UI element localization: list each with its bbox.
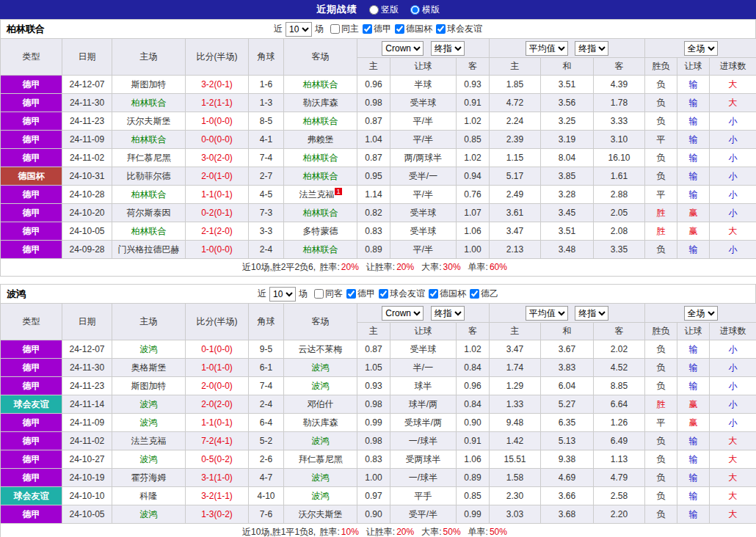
away-team-cell: 勒沃库森 <box>284 94 357 112</box>
league-badge: 德甲 <box>1 432 62 450</box>
date-cell: 24-11-30 <box>62 359 112 377</box>
result-cell: 负 <box>645 112 677 131</box>
asia-handicap: 受两球半 <box>390 450 457 469</box>
score-cell: 0-0(0-0) <box>186 131 249 149</box>
horizontal-radio-label: 横版 <box>422 4 440 16</box>
scope-select[interactable]: 全场 <box>684 41 718 56</box>
corner-cell: 5-2 <box>249 432 284 450</box>
handicap-result-cell: 输 <box>677 241 710 259</box>
checkbox-input[interactable] <box>436 24 446 34</box>
match-count-select[interactable]: 10 <box>269 287 296 302</box>
col-euro-home: 主 <box>490 323 541 340</box>
vertical-radio[interactable] <box>369 5 379 15</box>
asia-handicap: 半球 <box>390 76 457 94</box>
filter-checkbox-球会友谊[interactable]: 球会友谊 <box>379 288 425 300</box>
match-count-select[interactable]: 10 <box>286 22 312 37</box>
summary-stat-value: 20% <box>396 262 414 272</box>
asia-handicap: 平/半 <box>390 112 457 131</box>
euro-away-odds: 8.85 <box>594 377 645 395</box>
checkbox-input[interactable] <box>363 24 372 34</box>
date-cell: 24-10-28 <box>62 186 112 204</box>
euro-home-odds: 3.61 <box>490 204 541 222</box>
asia-away-odds: 1.06 <box>457 450 490 469</box>
date-cell: 24-10-05 <box>62 222 112 241</box>
checkbox-input[interactable] <box>379 289 388 299</box>
away-team-cell: 柏林联合 <box>284 241 357 259</box>
filter-checkbox-德乙[interactable]: 德乙 <box>470 288 498 300</box>
summary-row: 近10场,胜2平2负6, 胜率:20%让胜率:20%大率:30%单率:60% <box>1 259 756 277</box>
titlebar: 近期战绩 竖版 横版 <box>0 0 756 19</box>
match-row: 德甲24-10-28柏林联合1-1(0-1)4-5法兰克福11.14平/半0.7… <box>1 186 756 204</box>
filter-checkbox-同客[interactable]: 同客 <box>314 288 343 300</box>
filter-checkbox-同主[interactable]: 同主 <box>330 23 359 35</box>
filter-checkbox-德国杯[interactable]: 德国杯 <box>429 288 466 300</box>
euro-home-odds: 15.51 <box>490 450 541 469</box>
filter-checkbox-球会友谊[interactable]: 球会友谊 <box>436 23 482 35</box>
filter-checkbox-德甲[interactable]: 德甲 <box>346 288 375 300</box>
odds-company-select[interactable]: Crown <box>382 306 424 321</box>
home-team-cell: 沃尔夫斯堡 <box>112 112 186 131</box>
score-cell: 3-0(2-0) <box>186 149 249 167</box>
euro-home-odds: 4.72 <box>490 94 541 112</box>
filter-checkbox-德国杯[interactable]: 德国杯 <box>395 23 432 35</box>
checkbox-input[interactable] <box>330 24 340 34</box>
asia-final-select[interactable]: 终指 <box>431 306 465 321</box>
goals-cell: 小 <box>710 395 756 414</box>
league-badge: 德甲 <box>1 186 62 204</box>
euro-draw-odds: 9.38 <box>541 450 594 469</box>
score-cell: 0-1(0-0) <box>186 340 249 359</box>
result-cell: 平 <box>645 414 677 432</box>
layout-option-vertical[interactable]: 竖版 <box>369 4 399 16</box>
corner-cell: 1-6 <box>249 76 284 94</box>
result-cell: 负 <box>645 241 677 259</box>
euro-draw-odds: 3.66 <box>541 487 594 505</box>
horizontal-radio[interactable] <box>410 5 420 15</box>
score-cell: 1-2(1-1) <box>186 94 249 112</box>
euro-away-odds: 6.49 <box>594 432 645 450</box>
date-cell: 24-11-14 <box>62 395 112 414</box>
euro-odds-controls: 平均值 终指 <box>490 39 645 58</box>
league-filter-checkboxes: 同主德甲德国杯球会友谊 <box>327 23 482 35</box>
layout-option-horizontal[interactable]: 横版 <box>410 4 440 16</box>
asia-away-odds: 0.84 <box>457 395 490 414</box>
match-row: 德甲24-10-05柏林联合2-1(2-0)3-3多特蒙德0.83受半球1.06… <box>1 222 756 241</box>
home-team-cell: 波鸿 <box>112 395 186 414</box>
col-home: 主场 <box>112 304 186 340</box>
scope-select[interactable]: 全场 <box>684 306 718 321</box>
col-away: 客场 <box>284 39 357 76</box>
asia-final-select[interactable]: 终指 <box>431 41 465 56</box>
checkbox-input[interactable] <box>470 289 479 299</box>
asia-away-odds: 0.89 <box>457 469 490 487</box>
col-handicap-result: 让球 <box>677 323 710 340</box>
asia-handicap: 一/球半 <box>390 469 457 487</box>
checkbox-input[interactable] <box>314 289 324 299</box>
col-asia-away: 客 <box>457 58 490 76</box>
checkbox-input[interactable] <box>346 289 356 299</box>
checkbox-input[interactable] <box>429 289 438 299</box>
odds-company-select[interactable]: Crown <box>382 41 424 56</box>
euro-average-select[interactable]: 平均值 <box>526 41 568 56</box>
checkbox-input[interactable] <box>395 24 404 34</box>
asia-home-odds: 1.14 <box>357 186 390 204</box>
euro-away-odds: 6.64 <box>594 395 645 414</box>
handicap-result-cell: 输 <box>677 76 710 94</box>
euro-final-select[interactable]: 终指 <box>575 41 608 56</box>
filter-checkbox-德甲[interactable]: 德甲 <box>363 23 391 35</box>
league-filter-checkboxes: 同客德甲球会友谊德国杯德乙 <box>310 288 498 300</box>
col-home: 主场 <box>112 39 186 76</box>
team-section-home: 柏林联合 近 10 场 同主德甲德国杯球会友谊 类型 日期 主场 比分(半场) … <box>0 19 756 277</box>
euro-home-odds: 5.17 <box>490 167 541 186</box>
score-cell: 7-2(4-1) <box>186 432 249 450</box>
euro-home-odds: 3.47 <box>490 222 541 241</box>
handicap-result-cell: 输 <box>677 432 710 450</box>
matches-table: 类型 日期 主场 比分(半场) 角球 客场 Crown 终指 平均值 终指 全场 <box>0 303 756 537</box>
summary-stat-label: 单率: <box>468 527 488 537</box>
euro-average-select[interactable]: 平均值 <box>526 306 568 321</box>
asia-away-odds: 0.96 <box>457 377 490 395</box>
euro-final-select[interactable]: 终指 <box>575 306 608 321</box>
handicap-result-cell: 输 <box>677 469 710 487</box>
corner-cell: 4-10 <box>249 487 284 505</box>
summary-stat-label: 让胜率: <box>366 262 395 272</box>
col-handicap-result: 让球 <box>677 58 710 76</box>
match-row: 德甲24-12-07波鸿0-1(0-0)9-5云达不莱梅0.87受半球1.023… <box>1 340 756 359</box>
